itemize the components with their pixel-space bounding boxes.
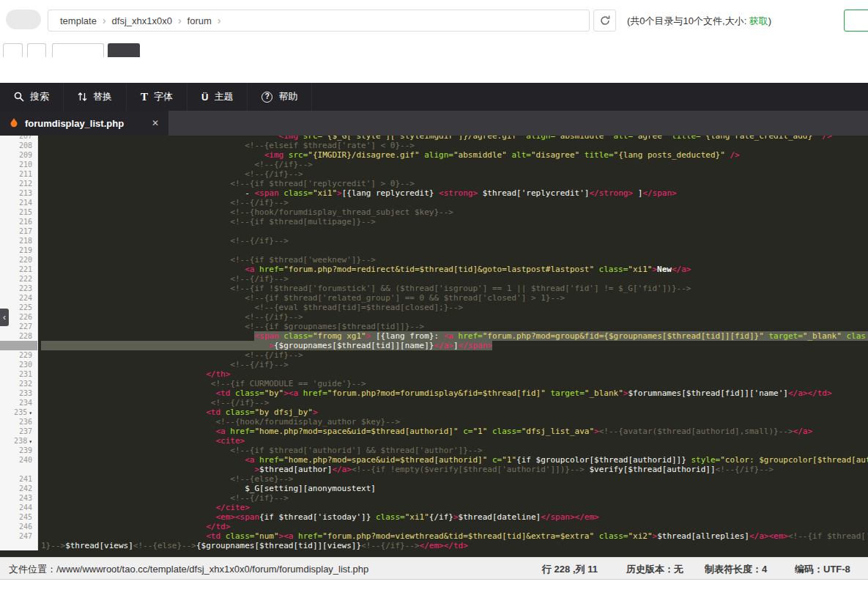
code-text: <!--{if $thread['related_group'] == 0 &&… [38,293,868,303]
code-line[interactable]: 239 <!--{if $thread['authorid'] && $thre… [0,446,868,455]
cut-button-2[interactable] [27,43,46,57]
line-number: 241 [0,474,38,484]
code-line[interactable]: 218 <!--{/if}--> [0,236,868,246]
code-line[interactable]: 233 <td class="by"><a href="forum.php?mo… [0,388,868,398]
code-text: <img src="{IMGDIR}/disagree.gif" align="… [38,150,868,160]
code-line[interactable]: 240 <a href="home.php?mod=space&uid=$thr… [0,455,868,465]
code-editor[interactable]: 207 <img src="{$_G['style']['styleimgdir… [0,136,868,557]
code-text: <td class="by dfsj_by"> [38,408,868,417]
code-line[interactable]: 207 <img src="{$_G['style']['styleimgdir… [0,136,868,141]
refresh-button[interactable] [593,10,616,32]
line-number: 237 [0,427,38,436]
line-number [0,541,38,550]
close-icon[interactable]: ✕ [152,118,159,128]
help-icon: ? [261,92,272,103]
line-number: 208 [0,141,38,150]
code-line[interactable]: 217 [0,226,868,236]
toolbar-item-help[interactable]: ? 帮助 [248,83,312,111]
breadcrumb-item-forum[interactable]: forum [183,15,216,26]
code-line[interactable]: 234 <!--{/if}--> [0,398,868,408]
code-line[interactable]: 224 <!--{if $thread['related_group'] == … [0,293,868,303]
cut-button-4[interactable] [108,43,140,57]
code-line[interactable]: 214 <!--{/if}--> [0,198,868,207]
code-line[interactable]: 242 $_G[setting][anonymoustext] [0,484,868,493]
fold-icon[interactable]: ▾ [29,410,32,416]
toolbar-label-help: 帮助 [278,90,297,103]
code-line[interactable]: 1}-->$thread[views]<!--{else}-->{$groupn… [0,541,868,550]
cut-button-3[interactable] [52,43,104,57]
code-line[interactable]: >{$groupnames[$thread[tid]][name]}</a>]<… [0,341,868,350]
top-right-cut-button[interactable] [844,10,868,32]
code-line[interactable]: 216 <!--{if $thread[multipage]}--> [0,217,868,226]
line-number: 243 [0,493,38,503]
code-line[interactable]: 243 <!--{/if}--> [0,493,868,503]
code-line[interactable]: 227 <!--{if $groupnames[$thread[tid]]}--… [0,322,868,331]
code-line[interactable]: 229 <!--{/if}--> [0,350,868,360]
code-line[interactable]: 225 <!--{eval $thread[tid]=$thread[close… [0,303,868,312]
encoding[interactable]: 编码：UTF-8 [795,563,850,576]
line-number: 240 [0,455,38,465]
line-number: 242 [0,484,38,493]
code-line[interactable]: 246 </td> [0,522,868,531]
code-line[interactable]: 247 <td class="num"><a href="forum.php?m… [0,531,868,541]
code-line[interactable]: 209 <img src="{IMGDIR}/disagree.gif" ali… [0,150,868,160]
code-line[interactable]: 210 <!--{/if}--> [0,160,868,169]
code-text: <!--{if $thread['authorid'] && $thread['… [38,446,868,455]
line-number: 234 [0,398,38,408]
tab-forumdisplay-list[interactable]: forumdisplay_list.php ✕ [0,111,168,136]
get-size-link[interactable]: 获取 [749,15,768,26]
editor-toolbar: 搜索 替换 T 字体 Ü 主题 ? 帮助 [0,83,868,111]
toolbar-item-replace[interactable]: 替换 [64,83,127,111]
tab-length[interactable]: 制表符长度：4 [705,563,767,576]
code-line[interactable]: 219 [0,246,868,255]
code-text: <!--{if $thread[multipage]}--> [38,217,868,226]
code-line[interactable]: 215 <!--{hook/forumdisplay_thread_subjec… [0,207,868,217]
code-text: <!--{/if}--> [38,274,868,284]
code-line[interactable]: 231 </th> [0,369,868,379]
code-text: <!--{eval $thread[tid]=$thread[closed];}… [38,303,868,312]
logo-placeholder [6,10,41,29]
status-bar: 文件位置：/www/wwwroot/tao.cc/template/dfsj_x… [0,557,868,580]
history-version[interactable]: 历史版本：无 [626,563,683,576]
code-line[interactable]: 230 <!--{/if}--> [0,360,868,369]
toolbar-item-search[interactable]: 搜索 [0,83,64,111]
fold-icon[interactable]: ▾ [29,438,32,445]
breadcrumb-item-dfsj[interactable]: dfsj_xhx1x0x0 [108,15,177,26]
chevron-right-icon: › [101,15,108,26]
code-line[interactable]: 236 <!--{hook/forumdisplay_author $key}-… [0,417,868,427]
code-line[interactable]: 238▾ <cite> [0,436,868,446]
code-text: <!--{/if}--> [38,350,868,360]
line-number: 220 [0,255,38,265]
code-text: </td> [38,522,868,531]
sidebar-collapse-handle[interactable]: ‹ [0,309,9,326]
cut-button-1[interactable] [3,43,23,57]
code-line[interactable]: 244 </cite> [0,503,868,512]
code-text: <span class="fromg xg1"> [{lang from}: <… [38,331,868,341]
code-text: </cite> [38,503,868,512]
breadcrumb-item-template[interactable]: template [56,15,101,26]
code-line[interactable]: 220 <!--{if $thread['weeknew']}--> [0,255,868,265]
line-number: 229 [0,350,38,360]
code-line[interactable]: 232 <!--{if CURMODULE == 'guide'}--> [0,379,868,388]
code-line[interactable]: 213 - <span class="xi1">[{lang replycred… [0,188,868,198]
code-line[interactable]: 211 <!--{/if}--> [0,169,868,179]
line-number: 244 [0,503,38,512]
code-text: <!--{/if}--> [38,493,868,503]
code-line[interactable]: 235▾ <td class="by dfsj_by"> [0,408,868,417]
toolbar-item-font[interactable]: T 字体 [127,83,188,111]
code-line[interactable]: 223 <!--{if !$thread['forumstick'] && ($… [0,284,868,293]
toolbar-label-replace: 替换 [93,90,112,103]
code-line[interactable]: 212 <!--{if $thread['replycredit'] > 0}-… [0,179,868,188]
code-line[interactable]: 221 <a href="forum.php?mod=redirect&tid=… [0,265,868,274]
code-line[interactable]: 241 <!--{else}--> [0,474,868,484]
code-line[interactable]: >$thread[author]</a><!--{if !empty($veri… [0,465,868,474]
code-line[interactable]: 237 <a href="home.php?mod=space&uid=$thr… [0,427,868,436]
toolbar-item-theme[interactable]: Ü 主题 [188,83,248,111]
code-line[interactable]: 222 <!--{/if}--> [0,274,868,284]
code-line[interactable]: 208 <!--{elseif $thread['rate'] < 0}--> [0,141,868,150]
line-number: 218 [0,236,38,246]
code-line[interactable]: 226 <!--{/if}--> [0,312,868,322]
code-line[interactable]: 228 <span class="fromg xg1"> [{lang from… [0,331,868,341]
code-line[interactable]: 245 <em><span{if $thread['istoday']} cla… [0,512,868,522]
file-location: 文件位置：/www/wwwroot/tao.cc/template/dfsj_x… [9,563,368,576]
